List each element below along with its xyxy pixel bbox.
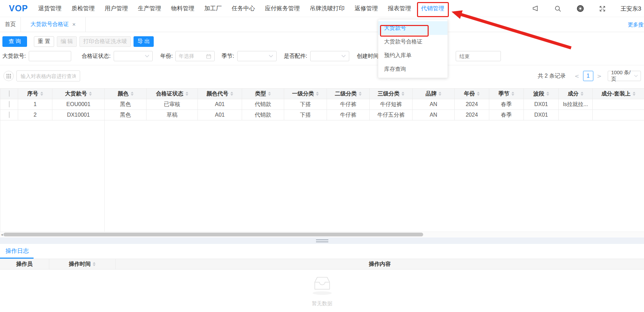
column-header-8[interactable]: 二级分类	[327, 89, 370, 99]
search-icon[interactable]	[554, 4, 562, 13]
sort-icon[interactable]	[230, 92, 233, 96]
scrollbar-thumb[interactable]	[3, 233, 423, 236]
page-number[interactable]: 1	[583, 71, 593, 81]
sort-icon[interactable]	[546, 92, 549, 96]
table-cell: 代销款	[242, 99, 284, 110]
column-header-9[interactable]: 三级分类	[370, 89, 413, 99]
record-total: 共 2 条记录	[538, 73, 566, 80]
column-header-label: 大货款号	[65, 90, 87, 98]
tab-home[interactable]: 首页	[0, 17, 21, 32]
query-button[interactable]: 查 询	[2, 36, 27, 47]
nav-item-9[interactable]: 吊牌洗唛打印	[310, 4, 345, 12]
nav-item-8[interactable]: 应付账务管理	[265, 4, 300, 12]
table-row[interactable]: 2DX10001黑色草稿A01代销款下搭牛仔裤牛仔五分裤AN2024春季DX01	[0, 110, 644, 120]
nav-item-7[interactable]: 任务中心	[232, 4, 255, 12]
column-settings-button[interactable]	[3, 71, 14, 81]
table-cell: DX01	[524, 99, 559, 110]
column-header-5[interactable]: 颜色代号	[198, 89, 242, 99]
column-header-10[interactable]: 品牌	[413, 89, 455, 99]
year-picker[interactable]: 年选择	[175, 51, 215, 61]
sort-icon[interactable]	[186, 92, 188, 96]
column-header-14[interactable]: 成分	[559, 89, 593, 99]
tab-cert-active[interactable]: 大货款号合格证 ×	[21, 17, 86, 32]
sort-icon[interactable]	[359, 92, 362, 96]
sort-icon[interactable]	[512, 92, 514, 96]
sort-icon[interactable]	[402, 92, 404, 96]
page-size-select[interactable]: 1000 条/页	[608, 71, 641, 81]
column-header-inner: 大货款号	[65, 90, 92, 98]
column-header-13[interactable]: 波段	[524, 89, 559, 99]
announcement-icon[interactable]	[532, 4, 540, 13]
sort-icon[interactable]	[89, 92, 92, 96]
sort-desc-icon	[89, 94, 92, 96]
calendar-icon	[206, 54, 211, 59]
log-column-header-2[interactable]: 操作时间	[49, 259, 115, 270]
scroll-left-icon[interactable]: ◄	[0, 233, 3, 236]
sort-icon[interactable]	[439, 92, 441, 96]
nav-items: 退货管理质检管理用户管理生产管理物料管理加工厂任务中心应付账务管理吊牌洗唛打印返…	[38, 4, 444, 12]
column-header-3[interactable]: 颜色	[105, 89, 147, 99]
column-header-15[interactable]: 成分-套装上	[593, 89, 644, 99]
nav-item-1[interactable]: 退货管理	[38, 4, 62, 12]
column-header-4[interactable]: 合格证状态	[147, 89, 198, 99]
column-header-1[interactable]: 序号	[18, 89, 52, 99]
tab-operation-log[interactable]: 操作日志	[0, 244, 34, 259]
nav-item-4[interactable]: 生产管理	[138, 4, 161, 12]
table-cell: 已审核	[147, 99, 198, 110]
nav-item-3[interactable]: 用户管理	[105, 4, 128, 12]
accessory-select[interactable]	[310, 51, 349, 61]
table-search-input[interactable]	[16, 70, 80, 81]
menu-item-1[interactable]: 大货款号	[378, 21, 447, 35]
season-select[interactable]	[237, 51, 277, 61]
log-column-header-1: 操作员	[0, 259, 49, 270]
sort-icon[interactable]	[268, 92, 271, 96]
reset-button[interactable]: 重 置	[34, 36, 54, 47]
select-all-header	[0, 89, 18, 99]
column-header-7[interactable]: 一级分类	[284, 89, 327, 99]
menu-item-3[interactable]: 预约入库单	[378, 49, 447, 62]
menu-item-2[interactable]: 大货款号合格证	[378, 35, 447, 49]
select-all-checkbox[interactable]	[9, 90, 10, 97]
fullscreen-icon[interactable]	[598, 4, 607, 13]
nav-item-2[interactable]: 质检管理	[72, 4, 95, 12]
cert-status-select[interactable]	[114, 51, 153, 61]
sort-icon[interactable]	[316, 92, 319, 96]
row-checkbox[interactable]	[9, 101, 10, 107]
sort-icon[interactable]	[93, 262, 96, 266]
browser-icon[interactable]	[576, 4, 584, 13]
column-header-label: 季节	[498, 90, 509, 98]
nav-item-11[interactable]: 报表管理	[388, 4, 411, 12]
section-divider	[0, 65, 644, 65]
column-header-2[interactable]: 大货款号	[52, 89, 105, 99]
sort-icon[interactable]	[131, 92, 134, 96]
column-header-label: 成分-套装上	[601, 90, 630, 98]
style-no-input[interactable]	[29, 51, 71, 61]
nav-item-5[interactable]: 物料管理	[171, 4, 194, 12]
table-row[interactable]: 1EOU0001黑色已审核A01代销款下搭牛仔裤牛仔短裤AN2024春季DX01…	[0, 99, 644, 110]
column-header-6[interactable]: 类型	[242, 89, 284, 99]
column-header-11[interactable]: 年份	[455, 89, 489, 99]
export-button[interactable]: 导 出	[134, 36, 153, 47]
created-end-input[interactable]	[456, 51, 501, 61]
next-page-icon[interactable]: >	[597, 73, 602, 79]
sort-icon[interactable]	[633, 92, 635, 96]
sort-icon[interactable]	[40, 92, 43, 96]
sort-icon[interactable]	[477, 92, 480, 96]
sort-icon[interactable]	[581, 92, 583, 96]
current-user[interactable]: 王安东3	[621, 5, 641, 13]
log-header-label: 操作员	[16, 261, 33, 268]
table-cell: 2	[18, 110, 52, 120]
nav-item-6[interactable]: 加工厂	[204, 4, 222, 12]
sort-desc-icon	[477, 94, 480, 96]
tab-close-icon[interactable]: ×	[72, 21, 76, 28]
more-search-link[interactable]: 更多搜索	[628, 17, 644, 32]
consignment-dropdown-menu: 大货款号大货款号合格证预约入库单库存查询	[378, 19, 448, 78]
row-checkbox[interactable]	[9, 112, 10, 118]
menu-item-4[interactable]: 库存查询	[378, 62, 447, 76]
table-header-row: 序号大货款号颜色合格证状态颜色代号类型一级分类二级分类三级分类品牌年份季节波段成…	[0, 89, 644, 99]
column-header-12[interactable]: 季节	[489, 89, 524, 99]
nav-item-10[interactable]: 返修管理	[355, 4, 378, 12]
prev-page-icon[interactable]: <	[574, 73, 579, 79]
nav-item-12[interactable]: 代销管理	[421, 4, 444, 12]
panel-splitter[interactable]	[0, 237, 644, 244]
